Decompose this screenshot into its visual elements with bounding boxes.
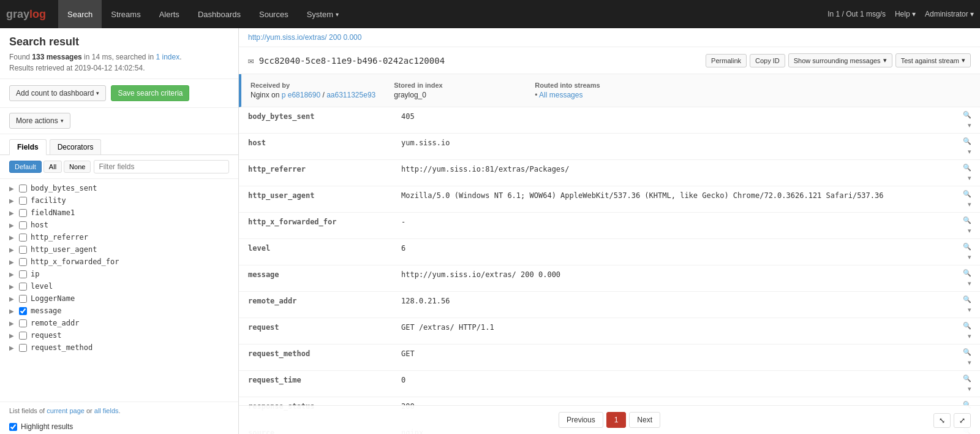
field-dropdown-button[interactable]: ▾ <box>965 305 974 315</box>
index-link[interactable]: 1 index <box>156 53 180 61</box>
field-key: level <box>239 239 398 265</box>
field-actions: 🔍 ▾ <box>949 345 980 371</box>
nav-search[interactable]: Search <box>58 0 102 28</box>
field-checkbox[interactable] <box>19 319 27 327</box>
expand-full-button[interactable]: ⤢ <box>954 413 971 428</box>
field-zoom-button[interactable]: 🔍 <box>960 347 974 357</box>
field-name-label: body_bytes_sent <box>31 184 97 192</box>
field-dropdown-button[interactable]: ▾ <box>965 120 974 131</box>
field-checkbox[interactable] <box>19 332 27 340</box>
field-checkbox[interactable] <box>19 307 27 315</box>
nav-streams[interactable]: Streams <box>102 0 149 28</box>
field-dropdown-button[interactable]: ▾ <box>965 331 974 341</box>
nginx-link1[interactable]: p e6818690 <box>282 91 320 99</box>
field-item[interactable]: ▶ ip <box>0 268 238 280</box>
nginx-link2[interactable]: aa6311325e93 <box>326 91 375 99</box>
field-item[interactable]: ▶ body_bytes_sent <box>0 182 238 194</box>
table-row: level 6 🔍 ▾ <box>239 239 980 265</box>
field-name-label: level <box>31 282 53 291</box>
test-against-stream-button[interactable]: Test against stream ▾ <box>895 53 971 67</box>
current-page-link[interactable]: current page <box>47 407 85 414</box>
field-checkbox[interactable] <box>19 258 27 266</box>
field-zoom-button[interactable]: 🔍 <box>960 110 974 120</box>
more-actions-button[interactable]: More actions ▾ <box>9 113 70 129</box>
fields-tabs: Fields Decorators <box>0 134 238 155</box>
field-dropdown-button[interactable]: ▾ <box>965 384 974 394</box>
field-checkbox[interactable] <box>19 295 27 303</box>
field-dropdown-button[interactable]: ▾ <box>965 226 974 236</box>
field-name-label: fieldName1 <box>31 208 75 217</box>
previous-button[interactable]: Previous <box>559 412 603 428</box>
field-zoom-button[interactable]: 🔍 <box>960 189 974 199</box>
received-by-value: Nginx on p e6818690 / aa6311325e93 <box>251 91 375 99</box>
admin-link[interactable]: Administrator ▾ <box>925 10 974 18</box>
field-key: request_time <box>239 371 398 397</box>
field-item[interactable]: ▶ facility <box>0 194 238 207</box>
field-checkbox[interactable] <box>19 246 27 254</box>
received-by-label: Received by <box>251 82 375 89</box>
field-item[interactable]: ▶ LoggerName <box>0 292 238 305</box>
field-dropdown-button[interactable]: ▾ <box>965 173 974 183</box>
field-dropdown-button[interactable]: ▾ <box>965 199 974 210</box>
field-checkbox[interactable] <box>19 344 27 352</box>
nav-sources[interactable]: Sources <box>250 0 298 28</box>
field-zoom-button[interactable]: 🔍 <box>960 373 974 384</box>
field-checkbox[interactable] <box>19 185 27 192</box>
field-zoom-button[interactable]: 🔍 <box>960 321 974 331</box>
message-header: ✉ 9cc82040-5ce8-11e9-b496-0242ac120004 P… <box>239 47 980 74</box>
field-item[interactable]: ▶ fieldName1 <box>0 207 238 219</box>
field-item[interactable]: ▶ level <box>0 280 238 292</box>
field-checkbox[interactable] <box>19 197 27 205</box>
highlight-checkbox[interactable] <box>9 423 17 431</box>
field-item[interactable]: ▶ request <box>0 329 238 341</box>
field-actions: 🔍 ▾ <box>949 318 980 345</box>
nav-system[interactable]: System ▾ <box>298 0 348 28</box>
field-checkbox[interactable] <box>19 209 27 217</box>
field-dropdown-button[interactable]: ▾ <box>965 357 974 368</box>
field-checkbox[interactable] <box>19 234 27 242</box>
brand-logo[interactable]: graylog <box>6 8 46 21</box>
field-item[interactable]: ▶ request_method <box>0 341 238 354</box>
field-dropdown-button[interactable]: ▾ <box>965 278 974 289</box>
field-filter-input[interactable] <box>94 160 229 173</box>
message-url-link[interactable]: http://yum.siss.io/extras/ 200 0.000 <box>248 33 361 42</box>
tab-decorators[interactable]: Decorators <box>50 139 102 154</box>
permalink-button[interactable]: Permalink <box>706 54 747 67</box>
nav-alerts[interactable]: Alerts <box>150 0 189 28</box>
field-item[interactable]: ▶ http_user_agent <box>0 243 238 256</box>
field-dropdown-button[interactable]: ▾ <box>965 147 974 157</box>
nav-dashboards[interactable]: Dashboards <box>189 0 250 28</box>
field-checkbox[interactable] <box>19 221 27 229</box>
field-checkbox[interactable] <box>19 270 27 278</box>
field-item[interactable]: ▶ message <box>0 305 238 317</box>
field-key: http_x_forwarded_for <box>239 213 398 239</box>
tab-fields[interactable]: Fields <box>9 139 47 155</box>
all-fields-link[interactable]: all fields <box>94 407 119 414</box>
expand-collapse-button[interactable]: ⤡ <box>933 413 951 428</box>
field-zoom-button[interactable]: 🔍 <box>960 136 974 147</box>
save-search-button[interactable]: Save search criteria <box>111 85 189 101</box>
next-button[interactable]: Next <box>629 412 660 428</box>
page-1-button[interactable]: 1 <box>606 412 627 428</box>
field-zoom-button[interactable]: 🔍 <box>960 162 974 173</box>
field-zoom-button[interactable]: 🔍 <box>960 215 974 226</box>
filter-default[interactable]: Default <box>9 161 42 173</box>
filter-none[interactable]: None <box>64 161 91 173</box>
add-count-button[interactable]: Add count to dashboard ▾ <box>9 85 106 101</box>
show-surrounding-button[interactable]: Show surrounding messages ▾ <box>788 53 892 67</box>
field-item[interactable]: ▶ http_referrer <box>0 231 238 243</box>
search-result-title: Search result <box>9 36 229 48</box>
help-link[interactable]: Help ▾ <box>895 10 916 18</box>
field-checkbox[interactable] <box>19 283 27 291</box>
field-item[interactable]: ▶ remote_addr <box>0 317 238 329</box>
field-zoom-button[interactable]: 🔍 <box>960 242 974 252</box>
copy-id-button[interactable]: Copy ID <box>750 54 785 67</box>
all-messages-link[interactable]: All messages <box>539 91 582 99</box>
field-zoom-button[interactable]: 🔍 <box>960 268 974 278</box>
filter-all[interactable]: All <box>43 161 62 173</box>
field-item[interactable]: ▶ host <box>0 219 238 231</box>
field-item[interactable]: ▶ http_x_forwarded_for <box>0 256 238 268</box>
field-dropdown-button[interactable]: ▾ <box>965 252 974 262</box>
field-name-label: ip <box>31 270 39 278</box>
field-zoom-button[interactable]: 🔍 <box>960 294 974 305</box>
